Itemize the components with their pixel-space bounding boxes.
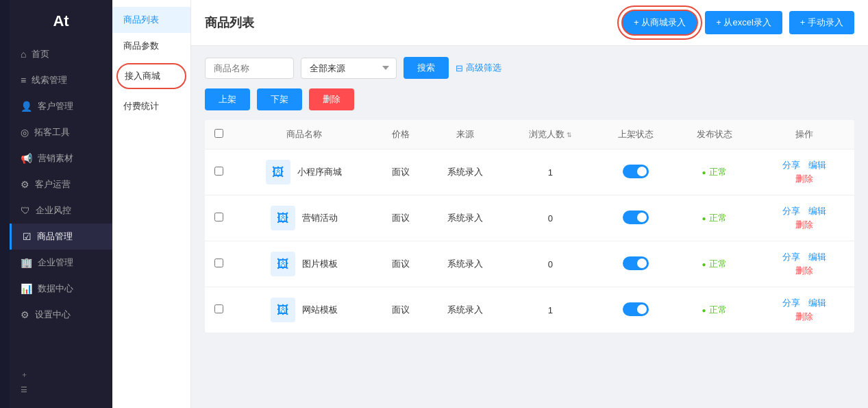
product-table-wrapper: 商品名称 价格 来源 浏览人数 ⇅ 上架状态	[205, 120, 854, 333]
row-toggle-cell-3	[596, 287, 675, 333]
sub-sidebar-product-list[interactable]: 商品列表	[112, 7, 190, 33]
row-price-0: 面议	[375, 149, 425, 195]
row-checkbox-3[interactable]	[214, 304, 223, 313]
status-dot-1: 正常	[702, 212, 727, 224]
sub-sidebar-product-params[interactable]: 商品参数	[112, 33, 190, 59]
op-share-3[interactable]: 分享	[780, 297, 803, 309]
row-toggle-cell-1	[596, 195, 675, 241]
product-name-2: 图片模板	[302, 258, 338, 270]
sidebar-item-product-manage[interactable]: ☑ 商品管理	[10, 224, 112, 250]
op-edit-3[interactable]: 编辑	[806, 297, 829, 309]
table-body: 🖼 小程序商城 面议 系统录入 1 正常 分享 编辑	[205, 149, 854, 333]
filter-icon: ⊟	[456, 63, 463, 73]
product-thumb-3: 🖼	[271, 298, 295, 322]
btn-from-store[interactable]: + 从商城录入	[621, 10, 698, 36]
op-edit-2[interactable]: 编辑	[806, 251, 829, 263]
row-views-3: 1	[505, 287, 597, 333]
btn-manual[interactable]: + 手动录入	[789, 11, 854, 34]
select-all-checkbox[interactable]	[214, 129, 223, 138]
op-delete-0[interactable]: 删除	[793, 173, 816, 185]
product-table: 商品名称 价格 来源 浏览人数 ⇅ 上架状态	[205, 120, 854, 333]
row-views-0: 1	[505, 149, 597, 195]
op-edit-1[interactable]: 编辑	[806, 205, 829, 217]
settings-icon: ⚙	[21, 309, 29, 320]
row-toggle-cell-0	[596, 149, 675, 195]
main-sidebar: At ⌂ 首页 ≡ 线索管理 👤 客户管理 ◎ 拓客工具 📢 营销素材 ⚙ 客户…	[10, 0, 112, 408]
row-ops-1: 分享 编辑 删除	[754, 195, 854, 241]
action-bar: 上架 下架 删除	[205, 88, 854, 110]
col-price: 价格	[375, 120, 425, 149]
sidebar-label-expand-tools: 拓客工具	[34, 126, 70, 139]
header-buttons: + 从商城录入 + 从excel录入 + 手动录入	[621, 10, 854, 36]
op-share-2[interactable]: 分享	[780, 251, 803, 263]
op-edit-0[interactable]: 编辑	[806, 159, 829, 171]
sidebar-add-btn[interactable]: ＋	[21, 370, 101, 380]
sub-sidebar-label-product-params: 商品参数	[123, 40, 159, 51]
toggle-1[interactable]	[623, 211, 649, 224]
enterprise-risk-icon: 🛡	[21, 205, 30, 216]
op-share-1[interactable]: 分享	[780, 205, 803, 217]
enterprise-manage-icon: 🏢	[21, 257, 32, 268]
op-delete-1[interactable]: 删除	[793, 219, 816, 231]
main-header: 商品列表 + 从商城录入 + 从excel录入 + 手动录入	[191, 0, 868, 46]
table-row: 🖼 图片模板 面议 系统录入 0 正常 分享 编辑	[205, 241, 854, 287]
product-name-1: 营销活动	[302, 212, 338, 224]
customer-ops-icon: ⚙	[21, 179, 29, 190]
col-product-name: 商品名称	[232, 120, 375, 149]
btn-from-excel[interactable]: + 从excel录入	[705, 11, 782, 34]
sidebar-menu-btn[interactable]: ☰	[21, 385, 101, 394]
sidebar-item-enterprise-manage[interactable]: 🏢 企业管理	[10, 250, 112, 276]
row-ops-0: 分享 编辑 删除	[754, 149, 854, 195]
op-share-0[interactable]: 分享	[780, 159, 803, 171]
row-checkbox-2[interactable]	[214, 259, 223, 267]
row-source-1: 系统录入	[426, 195, 505, 241]
col-publish-status: 发布状态	[675, 120, 754, 149]
row-ops-2: 分享 编辑 删除	[754, 241, 854, 287]
advanced-label: 高级筛选	[466, 62, 501, 74]
toggle-0[interactable]	[623, 165, 649, 178]
search-button[interactable]: 搜索	[404, 57, 449, 79]
status-dot-2: 正常	[702, 258, 727, 270]
sidebar-item-customer-manage[interactable]: 👤 客户管理	[10, 93, 112, 119]
product-name-input[interactable]	[205, 58, 294, 79]
row-publish-1: 正常	[675, 195, 754, 241]
toggle-2[interactable]	[623, 256, 649, 270]
row-price-1: 面议	[375, 195, 425, 241]
content-area: 全部来源 系统录入 手动录入 搜索 ⊟ 高级筛选 上架 下架 删除	[191, 46, 868, 408]
sidebar-item-data-center[interactable]: 📊 数据中心	[10, 276, 112, 302]
sidebar-item-marketing-material[interactable]: 📢 营销素材	[10, 145, 112, 171]
row-checkbox-0[interactable]	[214, 167, 223, 176]
sidebar-item-customer-ops[interactable]: ⚙ 客户运营	[10, 171, 112, 197]
btn-online[interactable]: 上架	[205, 88, 250, 110]
line-manage-icon: ≡	[21, 75, 26, 86]
source-select[interactable]: 全部来源 系统录入 手动录入	[301, 58, 397, 79]
col-ops: 操作	[754, 120, 854, 149]
row-name-cell: 🖼 图片模板	[232, 241, 375, 287]
main-content: 商品列表 + 从商城录入 + 从excel录入 + 手动录入 全部来源 系统录入…	[191, 0, 868, 408]
toggle-3[interactable]	[623, 302, 649, 316]
table-row: 🖼 小程序商城 面议 系统录入 1 正常 分享 编辑	[205, 149, 854, 195]
btn-delete-all[interactable]: 删除	[309, 88, 354, 110]
sort-icon-views[interactable]: ⇅	[567, 132, 572, 139]
sub-sidebar-payment-stats[interactable]: 付费统计	[112, 93, 190, 119]
sub-sidebar-connect-store[interactable]: 接入商城	[116, 63, 186, 89]
sidebar-item-line-manage[interactable]: ≡ 线索管理	[10, 67, 112, 93]
marketing-material-icon: 📢	[21, 153, 32, 164]
row-checkbox-1[interactable]	[214, 213, 223, 221]
status-dot-3: 正常	[702, 304, 727, 316]
home-icon: ⌂	[21, 49, 26, 60]
sidebar-item-expand-tools[interactable]: ◎ 拓客工具	[10, 119, 112, 145]
op-delete-3[interactable]: 删除	[793, 311, 816, 323]
sub-sidebar-label-product-list: 商品列表	[123, 14, 159, 25]
col-checkbox	[205, 120, 232, 149]
filter-bar: 全部来源 系统录入 手动录入 搜索 ⊟ 高级筛选	[205, 57, 854, 79]
sidebar-item-settings[interactable]: ⚙ 设置中心	[10, 302, 112, 328]
row-checkbox-cell	[205, 195, 232, 241]
advanced-filter-button[interactable]: ⊟ 高级筛选	[456, 62, 501, 74]
table-row: 🖼 网站模板 面议 系统录入 1 正常 分享 编辑	[205, 287, 854, 333]
sidebar-label-marketing-material: 营销素材	[38, 152, 73, 165]
sidebar-item-home[interactable]: ⌂ 首页	[10, 41, 112, 67]
btn-offline[interactable]: 下架	[257, 88, 302, 110]
sidebar-item-enterprise-risk[interactable]: 🛡 企业风控	[10, 197, 112, 224]
op-delete-2[interactable]: 删除	[793, 265, 816, 277]
